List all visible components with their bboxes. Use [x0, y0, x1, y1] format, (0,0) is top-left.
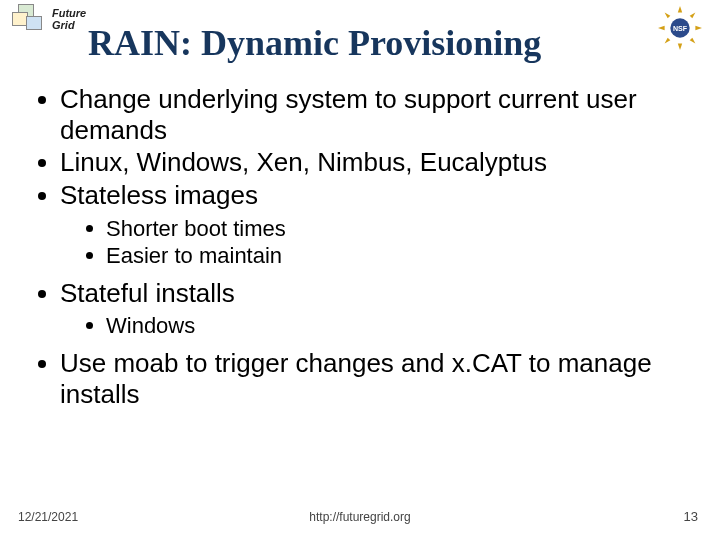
logo-line2: Grid — [52, 19, 75, 31]
svg-marker-4 — [695, 26, 702, 30]
sub-bullet-item: Easier to maintain — [106, 242, 690, 270]
svg-marker-6 — [690, 13, 696, 19]
bullet-item: Use moab to trigger changes and x.CAT to… — [60, 348, 690, 409]
futuregrid-logo: Future Grid — [12, 4, 86, 34]
logo-line1: Future — [52, 7, 86, 19]
svg-marker-8 — [690, 38, 696, 44]
svg-marker-1 — [678, 6, 682, 13]
bullet-item: Change underlying system to support curr… — [60, 84, 690, 145]
svg-marker-3 — [658, 26, 665, 30]
svg-marker-2 — [678, 43, 682, 50]
slide-body: Change underlying system to support curr… — [30, 84, 690, 411]
logo-boxes-icon — [12, 4, 48, 34]
svg-text:NSF: NSF — [673, 25, 688, 32]
slide-title: RAIN: Dynamic Provisioning — [88, 22, 541, 64]
bullet-item: Stateful installs Windows — [60, 278, 690, 340]
footer-url: http://futuregrid.org — [309, 510, 410, 524]
bullet-item: Linux, Windows, Xen, Nimbus, Eucalyptus — [60, 147, 690, 178]
logo-text: Future Grid — [52, 7, 86, 31]
footer-date: 12/21/2021 — [18, 510, 78, 524]
nsf-logo-icon: NSF — [658, 6, 702, 50]
sub-bullet-item: Shorter boot times — [106, 215, 690, 243]
footer-page-number: 13 — [684, 509, 698, 524]
bullet-text: Stateful installs — [60, 278, 235, 308]
svg-marker-7 — [665, 38, 671, 44]
bullet-item: Stateless images Shorter boot times Easi… — [60, 180, 690, 270]
sub-bullet-item: Windows — [106, 312, 690, 340]
bullet-text: Stateless images — [60, 180, 258, 210]
svg-marker-5 — [665, 13, 671, 19]
